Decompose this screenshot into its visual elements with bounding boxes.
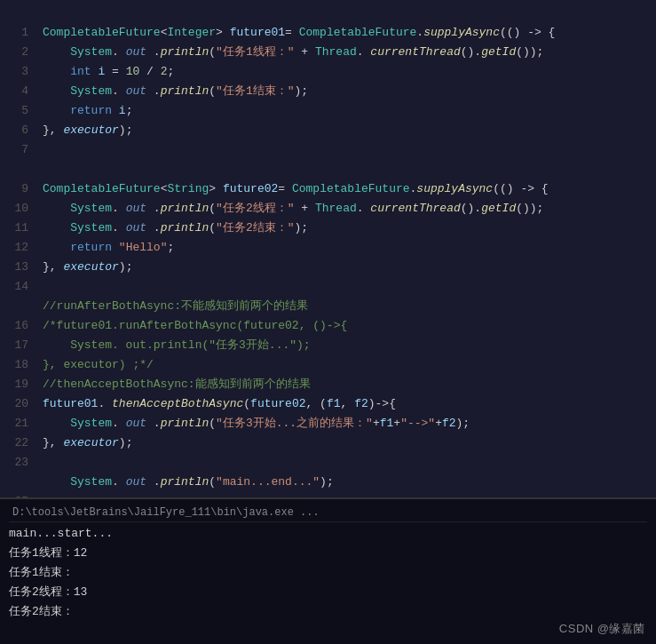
- code-line-1: CompletableFuture<Integer> future01= Com…: [43, 23, 656, 43]
- console-line-4: 任务2线程：13: [9, 583, 647, 602]
- code-editor: 💡 1 2 3 4 5 6 7 9 10 11 12 13 14 16 17 1…: [0, 0, 656, 497]
- code-line-6: }, executor);: [43, 121, 656, 140]
- code-line-13: }, executor);: [43, 258, 656, 277]
- code-line-25: System. out .println("main...end...");: [43, 473, 656, 492]
- code-line-23: }, executor);: [43, 433, 656, 453]
- code-line-5: return i;: [43, 101, 656, 121]
- code-line-9: CompletableFuture<String> future02= Comp…: [43, 179, 656, 199]
- console-top-bar: D:\tools\JetBrains\JailFyre_111\bin\java…: [9, 503, 647, 522]
- code-line-16: //runAfterBothAsync:不能感知到前两个的结果: [43, 297, 656, 316]
- console-area: D:\tools\JetBrains\JailFyre_111\bin\java…: [0, 497, 656, 644]
- csdn-watermark: CSDN @缘嘉菌: [559, 619, 645, 639]
- code-line-3: int i = 10 / 2;: [43, 62, 656, 82]
- code-line-4: System. out .println("任务1结束：");: [43, 82, 656, 101]
- code-line-18: System. out.println("任务3开始...");: [43, 336, 656, 355]
- line-numbers: 1 2 3 4 5 6 7 9 10 11 12 13 14 16 17 18 …: [0, 0, 36, 497]
- code-line-12: return "Hello";: [43, 238, 656, 258]
- code-content: CompletableFuture<Integer> future01= Com…: [43, 0, 656, 492]
- code-line-19: }, executor) ;*/: [43, 355, 656, 375]
- code-line-2: System. out .println("任务1线程：" + Thread. …: [43, 43, 656, 62]
- console-line-5: 任务2结束：: [9, 602, 647, 622]
- code-line-22: System. out .println("任务3开始...之前的结果："+f1…: [43, 414, 656, 433]
- code-line-21: future01. thenAcceptBothAsync(future02, …: [43, 394, 656, 414]
- console-top-text: D:\tools\JetBrains\JailFyre_111\bin\java…: [12, 503, 320, 522]
- console-line-3: 任务1结束：: [9, 563, 647, 583]
- code-line-20: //thenAcceptBothAsync:能感知到前两个的结果: [43, 375, 656, 394]
- code-line-17: /*future01.runAfterBothAsync(future02, (…: [43, 316, 656, 336]
- code-line-10: System. out .println("任务2线程：" + Thread. …: [43, 199, 656, 219]
- code-line-11: System. out .println("任务2结束：");: [43, 219, 656, 238]
- console-line-2: 任务1线程：12: [9, 544, 647, 563]
- console-line-6: [9, 622, 647, 641]
- console-line-1: main...start...: [9, 524, 647, 544]
